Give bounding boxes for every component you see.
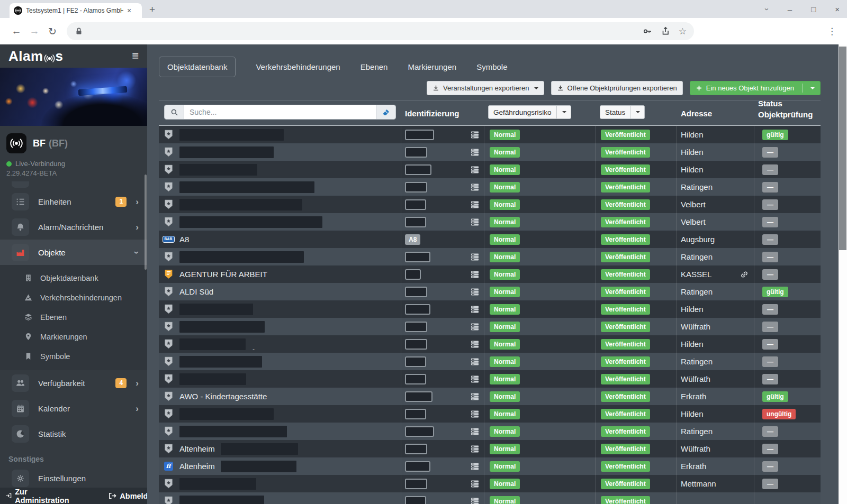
table-row[interactable]: Normal Veröffentlicht Mettmann —: [159, 475, 821, 492]
chevron-down-icon[interactable]: [630, 106, 644, 118]
database-icon[interactable]: [471, 392, 479, 401]
sidebar-item-statistik[interactable]: Statistik: [0, 421, 147, 446]
sidebar-subitem-objektdatenbank[interactable]: Objektdatenbank: [0, 268, 147, 288]
address-city: Wülfrath: [681, 374, 710, 383]
status-filter-dropdown[interactable]: Status: [600, 105, 645, 119]
database-icon[interactable]: [471, 445, 479, 453]
table-row[interactable]: Normal Veröffentlicht Wülfrath —: [159, 370, 821, 388]
search-input[interactable]: [184, 105, 376, 119]
sidebar-item-objekte[interactable]: Objekte›: [0, 240, 147, 265]
table-row[interactable]: ALDI Süd Normal Veröffentlicht Ratingen …: [159, 283, 821, 300]
table-row[interactable]: Normal Veröffentlicht Ratingen —: [159, 248, 821, 265]
veranstaltungen-exportieren-button[interactable]: Veranstaltungen exportieren: [427, 81, 544, 95]
minimize-button[interactable]: –: [788, 5, 792, 13]
address-city: Ratingen: [681, 252, 713, 261]
bookmark-star-icon[interactable]: ☆: [679, 26, 687, 37]
database-icon[interactable]: [471, 183, 479, 191]
database-icon[interactable]: [471, 253, 479, 261]
table-row[interactable]: Normal Veröffentlicht Ratingen —: [159, 178, 821, 196]
address-city: Erkrath: [681, 392, 706, 401]
table-row[interactable]: BAB A8 A8 Normal Veröffentlicht Augsburg…: [159, 231, 821, 248]
database-icon[interactable]: [471, 323, 479, 331]
offene-objektprüfungen-exportieren-button[interactable]: Offene Objektprüfungen exportieren: [551, 81, 683, 95]
table-row[interactable]: AWO - Kindertagesstätte Normal Veröffent…: [159, 388, 821, 405]
table-row[interactable]: Normal Veröffentlicht Hilden ungültig: [159, 405, 821, 423]
table-row[interactable]: Normal Veröffentlicht Hilden —: [159, 300, 821, 318]
sidebar-subitem-verkehrsbehinderungen[interactable]: Verkehrsbehinderungen: [0, 288, 147, 307]
database-icon[interactable]: [471, 200, 479, 209]
ein-neues-objekt-hinzufügen-button[interactable]: Ein neues Objekt hinzufügen: [690, 81, 821, 95]
database-icon[interactable]: [471, 270, 479, 279]
database-icon[interactable]: [471, 305, 479, 314]
logout-arrow-icon: [109, 492, 116, 500]
share-icon[interactable]: [661, 26, 670, 36]
reload-button[interactable]: ↻: [43, 25, 61, 38]
database-icon[interactable]: [471, 375, 479, 383]
sidebar-item-einheiten[interactable]: Einheiten1›: [0, 189, 147, 214]
close-button[interactable]: ×: [835, 5, 840, 13]
sidebar-item-alarm-nachrichten[interactable]: Alarm/Nachrichten›: [0, 214, 147, 240]
database-icon[interactable]: [471, 410, 479, 418]
maximize-button[interactable]: □: [811, 5, 816, 13]
identifier-redacted-box: [405, 461, 430, 472]
sidebar-subitem-symbole[interactable]: Symbole: [0, 346, 147, 366]
table-row[interactable]: - Normal Veröffentlicht Hilden —: [159, 335, 821, 353]
browser-menu-icon[interactable]: ⋮: [827, 26, 840, 37]
table-row[interactable]: ff Altenheim Normal Veröffentlicht Erkra…: [159, 457, 821, 475]
table-row[interactable]: Normal Veröffentlicht Hilden —: [159, 161, 821, 178]
database-icon[interactable]: [471, 166, 479, 174]
table-row[interactable]: Normal Veröffentlicht Hilden gültig: [159, 126, 821, 143]
chevron-down-icon[interactable]: [556, 106, 571, 118]
database-icon[interactable]: [471, 340, 479, 349]
table-row[interactable]: Normal Veröffentlicht Ratingen —: [159, 423, 821, 440]
table-row[interactable]: Normal Veröffentlicht Hilden —: [159, 143, 821, 161]
page-scrollbar[interactable]: [839, 44, 847, 504]
table-row[interactable]: Normal Veröffentlicht: [159, 492, 821, 504]
database-icon[interactable]: [471, 218, 479, 226]
database-icon[interactable]: [471, 462, 479, 471]
back-button[interactable]: ←: [7, 25, 25, 37]
database-icon[interactable]: [471, 288, 479, 296]
table-row[interactable]: Normal Veröffentlicht Ratingen —: [159, 353, 821, 370]
admin-link[interactable]: Zur Administration: [5, 488, 70, 504]
page-scrollbar-thumb[interactable]: [839, 47, 846, 250]
table-row[interactable]: Normal Veröffentlicht Wülfrath —: [159, 318, 821, 335]
sidebar-subitem-markierungen[interactable]: Markierungen: [0, 327, 147, 346]
sidebar-subitem-ebenen[interactable]: Ebenen: [0, 307, 147, 327]
database-icon[interactable]: [471, 480, 479, 488]
objektpruefung-badge: —: [762, 374, 778, 384]
table-row[interactable]: AGENTUR FÜR ARBEIT Normal Veröffentlicht…: [159, 265, 821, 283]
sidebar-item-verf-gbarkeit[interactable]: Verfügbarkeit4›: [0, 370, 147, 396]
object-name: ALDI Süd: [179, 287, 213, 296]
sidebar-item-kalender[interactable]: Kalender›: [0, 396, 147, 421]
publish-status-badge: Veröffentlicht: [601, 217, 650, 227]
address-bar[interactable]: ☆: [67, 22, 694, 40]
sidebar-scrollbar-thumb[interactable]: [145, 175, 147, 270]
hamburger-menu-icon[interactable]: ≡: [132, 50, 139, 62]
database-icon[interactable]: [471, 358, 479, 366]
sidebar-item-partial[interactable]: [12, 181, 29, 188]
browser-tab[interactable]: Testsystem1 | FE2 - Alamos GmbH ×: [10, 3, 142, 18]
new-tab-button[interactable]: +: [149, 4, 155, 15]
tab-verkehrsbehinderungen[interactable]: Verkehrsbehinderungen: [256, 62, 340, 71]
tab-objektdatenbank[interactable]: Objektdatenbank: [159, 57, 236, 77]
table-row[interactable]: Altenheim Normal Veröffentlicht Wülfrath…: [159, 440, 821, 457]
forward-button[interactable]: →: [25, 25, 43, 37]
database-icon[interactable]: [471, 131, 479, 139]
tab-symbole[interactable]: Symbole: [476, 62, 507, 71]
key-icon[interactable]: [643, 26, 652, 36]
clear-eraser-icon[interactable]: [376, 105, 395, 119]
risk-filter-dropdown[interactable]: Gefährdungsrisiko: [488, 105, 571, 119]
tab-markierungen[interactable]: Markierungen: [408, 62, 456, 71]
database-icon[interactable]: [471, 497, 479, 504]
tab-ebenen[interactable]: Ebenen: [361, 62, 388, 71]
table-row[interactable]: Normal Veröffentlicht Velbert —: [159, 196, 821, 213]
address-city: Erkrath: [681, 462, 706, 471]
database-icon[interactable]: [471, 148, 479, 157]
tab-search-icon[interactable]: ›: [763, 8, 771, 11]
link-icon[interactable]: [740, 270, 749, 279]
tab-close-icon[interactable]: ×: [127, 7, 131, 14]
database-icon[interactable]: [471, 427, 479, 436]
table-row[interactable]: Normal Veröffentlicht Velbert —: [159, 213, 821, 231]
logout-link[interactable]: Abmelden: [109, 492, 147, 500]
